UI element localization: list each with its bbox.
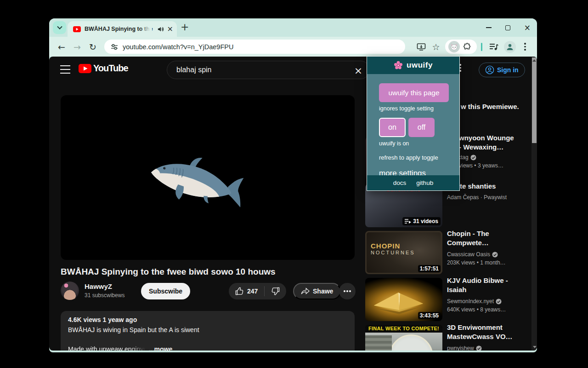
tab-search-button[interactable]: [53, 21, 66, 34]
docs-link[interactable]: docs: [393, 179, 407, 186]
title-line: Compwete…: [447, 239, 489, 247]
playlist-badge: 31 videos: [402, 217, 441, 225]
title-line: - Wewaxing…: [459, 143, 503, 151]
channel-name[interactable]: HawwyZ: [85, 282, 112, 290]
guide-menu-button[interactable]: [60, 65, 70, 74]
youtube-favicon: [73, 26, 81, 32]
reload-button[interactable]: ↻: [85, 39, 101, 55]
search-input[interactable]: [167, 66, 333, 74]
window-close-button[interactable]: ×: [524, 24, 531, 32]
youtube-logo[interactable]: YouTube: [79, 63, 128, 74]
share-button[interactable]: Shawe: [293, 283, 341, 299]
show-more-link[interactable]: ...mowe: [149, 345, 172, 351]
sidebar-video-title[interactable]: Chopin - The Compwete…: [447, 229, 529, 247]
tab-close-button[interactable]: ×: [167, 25, 173, 33]
browser-toolbar: ← → ↻ youtube.com/watch?v=n_YjDae9FPU: [49, 37, 537, 57]
share-icon: [301, 288, 310, 295]
premiere-text-fragment[interactable]: w this Pwemiewe.: [461, 102, 519, 111]
description-box[interactable]: 4.6K views 1 yeaw ago BWÅHAJ is wiving i…: [61, 311, 355, 351]
window-maximize-button[interactable]: [505, 25, 510, 30]
media-queue-button[interactable]: [486, 40, 501, 54]
flower-icon: [394, 61, 403, 70]
github-link[interactable]: github: [416, 179, 433, 186]
more-actions-button[interactable]: [339, 283, 356, 299]
playlist-icon: [405, 219, 411, 224]
browser-tab[interactable]: BWÅHAJ Spinying to the fw ×: [68, 21, 177, 37]
verified-icon: [476, 345, 482, 351]
extensions-menu-button[interactable]: [461, 40, 474, 53]
sign-in-label: Sign in: [497, 66, 519, 74]
minimize-icon: [486, 27, 492, 28]
title-line: wnyoon Wounge: [459, 134, 514, 142]
like-button[interactable]: 247: [229, 283, 264, 299]
scrollbar-down-arrow[interactable]: [533, 346, 537, 348]
thumbnail-text: CHOPIN: [371, 242, 442, 250]
forward-button[interactable]: →: [69, 39, 85, 55]
thumbnail-banner-text: FINAL WEEK TO COMPETE!: [365, 325, 442, 333]
browser-menu-button[interactable]: [518, 40, 532, 54]
playlist-count: 31 videos: [413, 218, 438, 224]
duration-badge: 1:57:51: [418, 265, 441, 272]
sidebar-video-title[interactable]: te shanties: [460, 182, 537, 191]
scrollbar-up-arrow[interactable]: [532, 59, 536, 62]
search-clear-button[interactable]: ×: [351, 63, 366, 78]
sidebar-video-title[interactable]: KJV Audio Bibwe - Isaiah: [447, 276, 529, 294]
sidebar-channel[interactable]: SewmonIndex.nyet: [447, 298, 502, 305]
toggle-row: on off: [379, 118, 459, 137]
sidebar-channel[interactable]: Cwassicaw Oasis: [447, 251, 498, 258]
uwuify-page-button[interactable]: uwuify this page: [379, 83, 449, 102]
verified-icon: [496, 299, 502, 305]
address-bar[interactable]: youtube.com/watch?v=n_YjDae9FPU: [104, 40, 405, 54]
url-text: youtube.com/watch?v=n_YjDae9FPU: [123, 43, 233, 51]
tab-audio-icon[interactable]: [158, 26, 164, 32]
subscribe-button[interactable]: Subscwibe: [141, 283, 190, 299]
title-line: Isaiah: [447, 286, 467, 293]
video-thumbnail[interactable]: FINAL WEEK TO COMPETE!: [365, 325, 442, 351]
toggle-off-button[interactable]: off: [408, 118, 435, 137]
toggle-on-button[interactable]: on: [379, 118, 406, 137]
uwuify-cat-icon: [450, 43, 458, 51]
video-thumbnail[interactable]: 3:43:55: [365, 278, 442, 321]
thumbnail-text: NOCTURNES: [371, 250, 442, 255]
sidebar-video-title[interactable]: wnyoon Wounge - Wewaxing…: [459, 133, 537, 152]
window-minimize-button[interactable]: [486, 27, 492, 28]
sidebar-video-title[interactable]: 3D Enviwonment MastewCwass VO…: [447, 323, 529, 341]
channel-avatar[interactable]: [61, 282, 79, 300]
description-line2: Made with unweaw enginye: [68, 345, 147, 351]
youtube-play-icon: [79, 64, 91, 73]
sign-in-button[interactable]: Sign in: [479, 63, 525, 77]
uwuify-extension-button[interactable]: [448, 41, 460, 52]
youtube-wordmark: YouTube: [93, 63, 128, 74]
share-label: Shawe: [313, 288, 333, 295]
video-player[interactable]: [61, 95, 355, 260]
verified-icon: [470, 155, 476, 161]
back-button[interactable]: ←: [54, 39, 69, 55]
video-thumbnail[interactable]: CHOPIN NOCTURNES 1:57:51: [365, 231, 442, 274]
new-tab-button[interactable]: +: [181, 22, 189, 32]
puzzle-icon: [463, 43, 471, 51]
uwuify-popup: uwuify uwuify this page ignores toggle s…: [367, 56, 460, 191]
page-scrollbar[interactable]: [531, 57, 537, 351]
thumbs-up-icon: [235, 287, 244, 295]
thumbnail-art: [365, 333, 442, 351]
sidebar-video-meta: views • 3 yeaws…: [459, 162, 503, 169]
music-queue-icon: [489, 43, 498, 51]
bookmark-star-button[interactable]: ☆: [429, 40, 443, 54]
sidebar-channel[interactable]: Adam Čepas · Pwaywist: [447, 194, 507, 201]
like-count: 247: [247, 288, 258, 295]
like-dislike-pill: 247: [229, 283, 286, 299]
toggle-status: uwuify is on: [379, 140, 459, 147]
site-info-icon[interactable]: [111, 43, 118, 51]
scrollbar-thumb[interactable]: [532, 58, 537, 143]
popup-header: uwuify: [367, 57, 459, 74]
channel-row: HawwyZ 31 subscwibews Subscwibe 247: [61, 282, 355, 302]
profile-avatar-button[interactable]: [504, 41, 516, 53]
window-controls: ×: [486, 18, 531, 37]
sidebar-channel: ctag: [458, 154, 476, 161]
install-app-button[interactable]: [414, 40, 429, 54]
dislike-button[interactable]: [265, 283, 286, 299]
extensions-pill: [445, 40, 477, 54]
sidebar-channel[interactable]: pwnyishew: [447, 345, 482, 351]
maximize-icon: [505, 25, 510, 30]
sign-in-person-icon: [485, 65, 494, 75]
